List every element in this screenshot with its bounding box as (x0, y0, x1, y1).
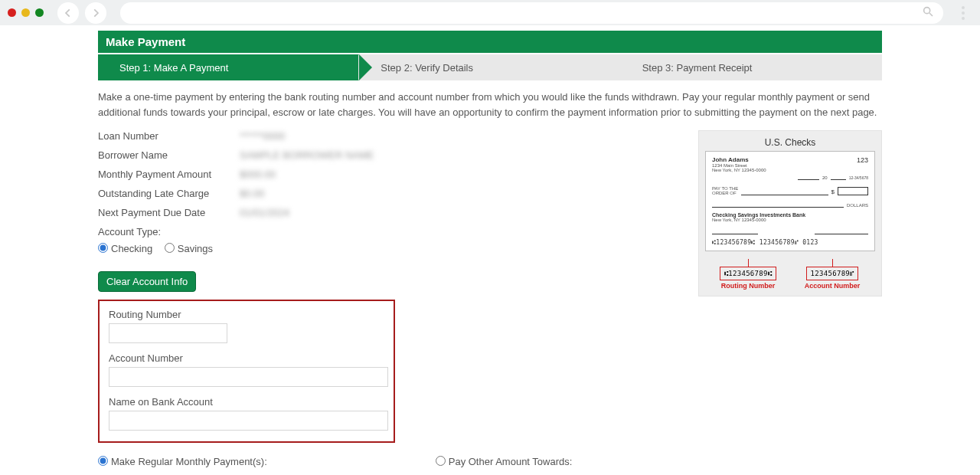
late-row: Outstanding Late Charge$0.00 (98, 188, 680, 199)
routing-input[interactable] (109, 323, 227, 343)
chevron-right-icon (90, 8, 101, 18)
svg-point-0 (924, 7, 930, 13)
forward-button[interactable] (85, 2, 106, 24)
step-2: Step 2: Verify Details (359, 54, 620, 80)
page-content: Make Payment Step 1: Make A Payment Step… (98, 31, 882, 475)
regular-payment-radio[interactable] (98, 456, 108, 466)
checking-radio[interactable] (98, 243, 108, 253)
close-window-icon[interactable] (8, 8, 16, 17)
svg-line-1 (929, 13, 933, 16)
maximize-window-icon[interactable] (35, 8, 44, 17)
address-bar[interactable] (120, 2, 943, 24)
loan-number-row: Loan Number******0000 (98, 130, 680, 142)
name-on-account-input[interactable] (109, 411, 388, 431)
other-amount-radio-label[interactable]: Pay Other Amount Towards: (436, 455, 573, 467)
regular-payment-radio-label[interactable]: Make Regular Monthly Payment(s): (98, 455, 267, 467)
back-button[interactable] (57, 2, 79, 24)
name-on-account-label: Name on Bank Account (109, 396, 384, 408)
account-label: Account Number (109, 352, 384, 364)
check-diagram: U.S. Checks John Adams 1234 Main Street … (698, 130, 882, 296)
page-title: Make Payment (98, 31, 882, 53)
progress-stepper: Step 1: Make A Payment Step 2: Verify De… (98, 54, 882, 80)
step-1[interactable]: Step 1: Make A Payment (98, 54, 359, 80)
step-3: Step 3: Payment Receipt (621, 54, 882, 80)
instruction-text: Make a one-time payment by entering the … (98, 90, 882, 120)
monthly-row: Monthly Payment Amount$000.00 (98, 169, 680, 180)
bank-info-form: Routing Number Account Number Name on Ba… (98, 300, 395, 443)
browser-chrome (0, 0, 980, 25)
account-input[interactable] (109, 367, 388, 387)
minimize-window-icon[interactable] (21, 8, 30, 17)
more-menu-icon[interactable] (954, 6, 972, 20)
routing-label: Routing Number (109, 309, 384, 320)
savings-radio-label[interactable]: Savings (165, 243, 213, 254)
savings-radio[interactable] (165, 243, 175, 253)
borrower-row: Borrower NameSAMPLE BORROWER NAME (98, 149, 680, 161)
search-icon[interactable] (922, 5, 934, 21)
account-type-label: Account Type: (98, 226, 680, 238)
due-row: Next Payment Due Date01/01/2024 (98, 207, 680, 218)
checking-radio-label[interactable]: Checking (98, 243, 152, 254)
clear-account-button[interactable]: Clear Account Info (98, 271, 196, 292)
url-input[interactable] (129, 7, 922, 18)
chevron-left-icon (63, 8, 74, 18)
window-controls (8, 8, 44, 17)
other-amount-radio[interactable] (436, 456, 446, 466)
